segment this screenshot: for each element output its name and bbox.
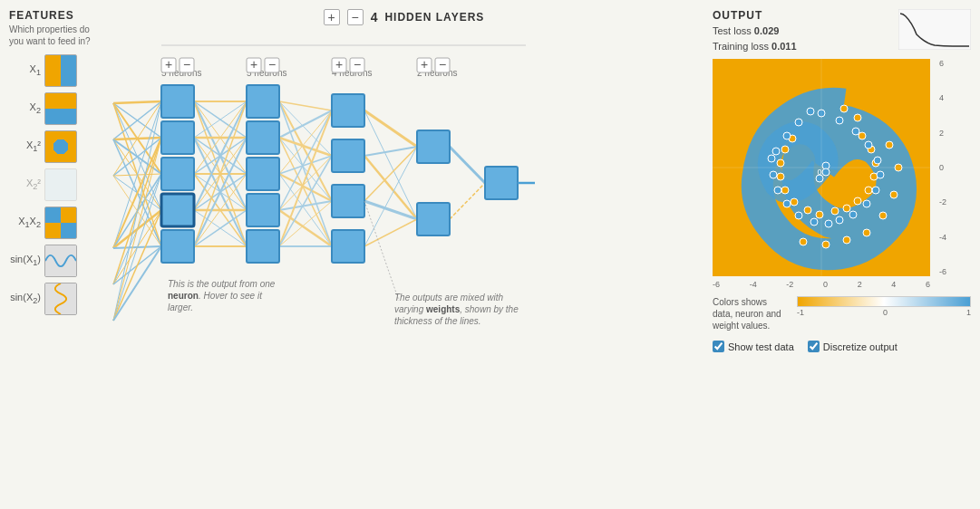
add-layer-button[interactable]: + xyxy=(324,9,340,25)
svg-line-68 xyxy=(279,110,332,210)
feature-sinx2[interactable]: sin(X2) xyxy=(9,283,104,315)
network-diagram: 5 neurons 5 neurons 4 neurons 2 neurons … xyxy=(109,29,699,473)
hidden-layers-title: HIDDEN LAYERS xyxy=(384,11,484,24)
svg-point-151 xyxy=(843,236,850,244)
svg-point-145 xyxy=(854,114,861,121)
colorbar-label: Colors shows data, neuron and weight val… xyxy=(713,296,790,331)
svg-point-137 xyxy=(781,146,789,153)
svg-point-172 xyxy=(795,119,802,126)
feature-x2[interactable]: X2 xyxy=(9,92,104,125)
svg-rect-89 xyxy=(161,121,194,154)
loss-chart xyxy=(898,9,971,52)
feature-x1x2-label: X1X2 xyxy=(9,216,41,229)
show-test-data-input[interactable] xyxy=(713,341,724,352)
svg-line-85 xyxy=(450,183,485,219)
feature-x2-label: X2 xyxy=(9,101,41,115)
svg-rect-103 xyxy=(417,203,450,235)
svg-point-171 xyxy=(807,108,814,115)
svg-point-157 xyxy=(865,141,872,149)
training-loss-value: 0.011 xyxy=(771,41,797,52)
features-subtitle: Which properties do you want to feed in? xyxy=(9,24,104,47)
svg-point-142 xyxy=(804,206,811,214)
svg-text:+: + xyxy=(335,57,343,72)
svg-point-168 xyxy=(795,212,802,219)
discretize-output-checkbox[interactable]: Discretize output xyxy=(808,341,898,352)
svg-rect-97 xyxy=(247,230,279,263)
feature-x1[interactable]: X1 xyxy=(9,54,104,87)
feature-sinx2-label: sin(X2) xyxy=(9,292,41,305)
svg-point-138 xyxy=(777,159,784,167)
colorbar-container: -1 0 1 xyxy=(797,296,971,317)
svg-rect-91 xyxy=(161,194,194,226)
feature-sinx2-thumb[interactable] xyxy=(44,283,77,315)
svg-point-144 xyxy=(840,105,848,112)
feature-x2sq[interactable]: X2² xyxy=(9,168,104,201)
svg-rect-1 xyxy=(45,283,76,314)
loss-info: OUTPUT Test loss 0.029 Training loss 0.0… xyxy=(713,9,797,53)
feature-sinx1-label: sin(X1) xyxy=(9,254,41,267)
svg-text:+: + xyxy=(421,57,428,72)
feature-x1sq-thumb[interactable] xyxy=(44,130,77,163)
layer-count: 4 xyxy=(371,10,378,24)
svg-text:+: + xyxy=(250,57,257,72)
svg-point-141 xyxy=(791,198,798,206)
svg-rect-100 xyxy=(332,185,364,217)
feature-x1-thumb[interactable] xyxy=(44,54,77,87)
output-visualization: 0 6420-2-4-6 -6-4-20246 Colors shows dat… xyxy=(713,59,971,352)
feature-x1-label: X1 xyxy=(9,63,41,77)
show-test-data-checkbox[interactable]: Show test data xyxy=(713,341,794,352)
features-panel: FEATURES Which properties do you want to… xyxy=(9,9,104,500)
svg-rect-102 xyxy=(417,130,450,163)
feature-x1sq[interactable]: X1² xyxy=(9,130,104,163)
show-test-data-label: Show test data xyxy=(728,341,794,352)
remove-layer-button[interactable]: − xyxy=(347,9,364,25)
svg-line-30 xyxy=(113,246,161,321)
loss-chart-svg xyxy=(898,9,971,50)
training-loss-label: Training loss xyxy=(713,41,771,52)
svg-point-164 xyxy=(768,155,775,162)
svg-point-174 xyxy=(772,148,780,155)
x-axis-labels: -6-4-20246 xyxy=(713,280,930,289)
feature-x1x2-thumb[interactable] xyxy=(44,206,77,239)
y-axis-labels: 6420-2-4-6 xyxy=(939,59,946,276)
svg-point-139 xyxy=(777,173,784,180)
network-panel: + − 4 HIDDEN LAYERS xyxy=(109,9,699,500)
colorbar-max: 1 xyxy=(966,308,971,317)
svg-point-140 xyxy=(781,187,789,194)
svg-point-152 xyxy=(822,241,830,248)
svg-point-165 xyxy=(770,171,777,178)
svg-rect-93 xyxy=(247,85,279,118)
feature-sinx1[interactable]: sin(X1) xyxy=(9,245,104,277)
svg-point-134 xyxy=(843,205,850,212)
feature-x2-thumb[interactable] xyxy=(44,92,77,125)
svg-rect-90 xyxy=(161,158,194,190)
discretize-output-input[interactable] xyxy=(808,341,820,352)
feature-sinx1-thumb[interactable] xyxy=(44,245,77,277)
feature-x1x2[interactable]: X1X2 xyxy=(9,206,104,239)
svg-line-125 xyxy=(364,201,399,301)
svg-point-159 xyxy=(877,171,884,178)
svg-point-143 xyxy=(816,211,823,218)
svg-rect-0 xyxy=(45,245,76,276)
svg-line-84 xyxy=(450,147,485,183)
svg-rect-86 xyxy=(485,167,518,199)
colorbar-mid: 0 xyxy=(883,308,888,317)
discretize-output-label: Discretize output xyxy=(823,341,898,352)
svg-point-166 xyxy=(774,187,781,194)
svg-point-167 xyxy=(783,200,791,207)
svg-rect-94 xyxy=(247,121,279,154)
svg-point-132 xyxy=(865,187,872,194)
svg-point-149 xyxy=(879,212,887,219)
colorbar xyxy=(797,296,971,307)
svg-rect-99 xyxy=(332,139,364,172)
svg-point-176 xyxy=(822,168,830,176)
colorbar-min: -1 xyxy=(797,308,804,317)
spiral-chart: 0 xyxy=(713,59,930,276)
svg-text:+: + xyxy=(165,57,172,72)
svg-text:−: − xyxy=(268,57,276,72)
svg-line-2 xyxy=(113,101,161,103)
feature-x2sq-thumb[interactable] xyxy=(44,168,77,201)
svg-point-158 xyxy=(874,157,881,164)
svg-point-162 xyxy=(849,211,857,218)
svg-text:0: 0 xyxy=(817,168,821,177)
